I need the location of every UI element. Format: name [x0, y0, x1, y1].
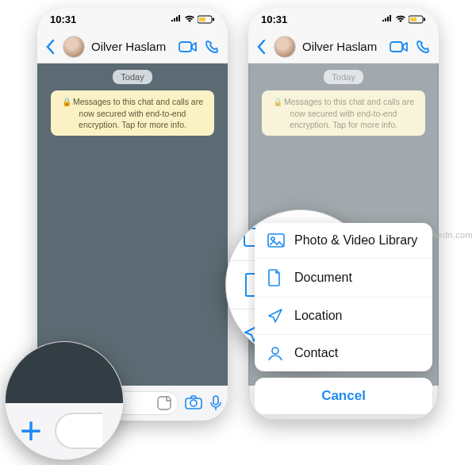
zoom-lens-attach: + [5, 341, 124, 460]
battery-icon [409, 15, 426, 24]
svg-rect-9 [410, 17, 416, 21]
video-call-button[interactable] [390, 40, 409, 53]
photo-icon [267, 233, 285, 248]
sheet-cancel-button[interactable]: Cancel [255, 378, 432, 414]
sheet-item-location[interactable]: Location [255, 298, 432, 335]
microphone-button[interactable] [210, 395, 221, 411]
svg-rect-10 [424, 17, 425, 21]
video-call-button[interactable] [178, 40, 198, 53]
contact-name[interactable]: Oilver Haslam [302, 40, 383, 53]
action-sheet: Photo & Video Library Document Location … [255, 223, 432, 414]
date-pill: Today [324, 70, 363, 84]
svg-rect-11 [390, 42, 402, 52]
voice-call-button[interactable] [415, 39, 431, 55]
svg-rect-4 [158, 397, 171, 409]
svg-point-14 [272, 348, 278, 354]
svg-rect-3 [179, 42, 191, 52]
sheet-item-photo[interactable]: Photo & Video Library [255, 223, 432, 259]
avatar[interactable] [63, 36, 85, 58]
chat-body: Today 🔒Messages to this chat and calls a… [37, 63, 228, 386]
status-indicators [382, 15, 426, 24]
contact-name[interactable]: Oilver Haslam [91, 40, 172, 53]
sheet-item-label: Document [294, 271, 352, 285]
sheet-item-label: Location [294, 309, 343, 323]
voice-call-button[interactable] [204, 39, 220, 55]
sheet-item-document[interactable]: Document [255, 259, 432, 298]
message-input-zoom[interactable] [55, 413, 102, 449]
status-indicators [171, 15, 215, 24]
encryption-notice-text: Messages to this chat and calls are now … [73, 97, 203, 129]
date-pill: Today [113, 70, 152, 84]
status-bar: 10:31 [248, 8, 439, 30]
document-icon [267, 269, 285, 286]
signal-icon [171, 15, 182, 23]
sticker-icon[interactable] [157, 396, 171, 410]
back-button[interactable] [45, 39, 56, 55]
wifi-icon [395, 15, 406, 23]
status-bar: 10:31 [37, 8, 228, 30]
location-icon [267, 308, 285, 324]
svg-rect-1 [199, 17, 205, 21]
nav-bar: Oilver Haslam [37, 30, 228, 63]
svg-point-13 [271, 237, 274, 240]
sheet-item-label: Contact [294, 346, 338, 360]
lock-icon: 🔒 [273, 98, 282, 106]
sheet-item-label: Photo & Video Library [294, 233, 417, 248]
encryption-notice[interactable]: 🔒Messages to this chat and calls are now… [51, 90, 214, 136]
watermark: wsxdn.com [427, 230, 473, 240]
svg-rect-2 [213, 17, 214, 21]
status-time: 10:31 [261, 13, 287, 25]
camera-button[interactable] [185, 395, 202, 411]
encryption-notice-text: Messages to this chat and calls are now … [284, 97, 414, 129]
status-time: 10:31 [50, 13, 76, 25]
nav-bar: Oilver Haslam [248, 30, 439, 63]
battery-icon [198, 15, 215, 24]
wifi-icon [184, 15, 195, 23]
signal-icon [382, 15, 393, 23]
contact-icon [267, 345, 285, 361]
svg-point-6 [190, 400, 197, 406]
svg-rect-7 [213, 396, 218, 405]
action-sheet-list: Photo & Video Library Document Location … [255, 223, 432, 371]
back-button[interactable] [256, 39, 267, 55]
sheet-item-contact[interactable]: Contact [255, 335, 432, 371]
avatar[interactable] [274, 36, 296, 58]
encryption-notice[interactable]: 🔒Messages to this chat and calls are now… [262, 90, 425, 136]
lock-icon: 🔒 [62, 98, 71, 106]
attach-button-zoom[interactable]: + [20, 412, 42, 450]
lens-input-bar: + [6, 403, 123, 459]
